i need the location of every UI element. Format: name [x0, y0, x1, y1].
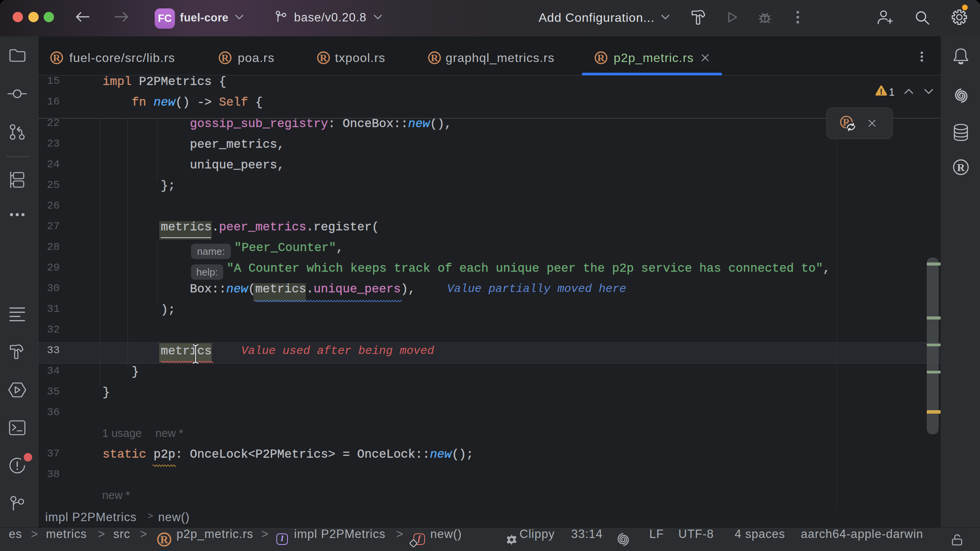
svg-text:R: R [957, 161, 965, 173]
svg-text:R: R [53, 52, 60, 64]
svg-text:R: R [320, 52, 327, 64]
svg-text:R: R [222, 52, 229, 64]
svg-text:R: R [598, 52, 605, 64]
svg-text:R: R [431, 52, 438, 64]
svg-text:R: R [160, 533, 169, 546]
